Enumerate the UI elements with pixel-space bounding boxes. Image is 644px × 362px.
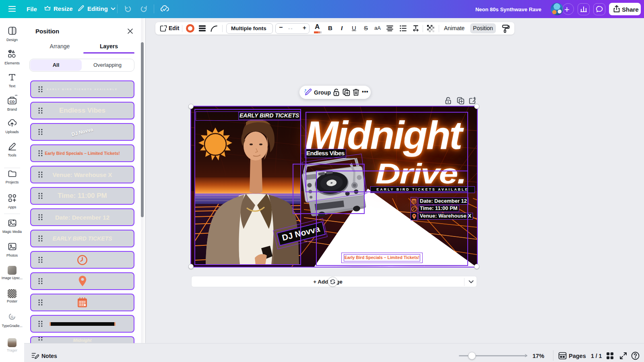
svg-text:G: G — [10, 315, 13, 319]
svg-text:CO: CO — [10, 100, 15, 104]
